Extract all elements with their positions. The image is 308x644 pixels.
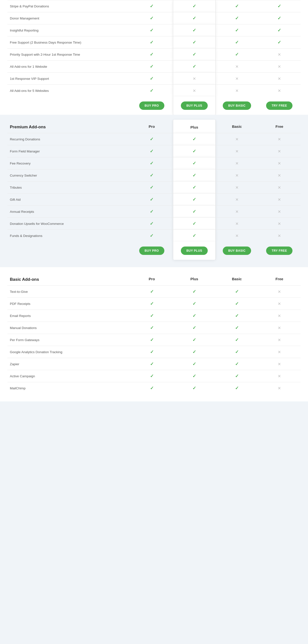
cross-icon: ✕: [278, 302, 281, 306]
check-icon: ✓: [192, 221, 196, 226]
buy-plus-button[interactable]: BUY PLUS: [181, 102, 207, 110]
check-icon: ✓: [150, 350, 154, 354]
basic-check: ✕: [216, 133, 258, 145]
buy-basic-button[interactable]: BUY BASIC: [223, 102, 251, 110]
pro-check: ✓: [131, 370, 173, 382]
plus-check: ✓: [173, 230, 216, 242]
check-icon: ✓: [150, 374, 154, 378]
basic-check: ✕: [216, 85, 258, 97]
check-icon: ✓: [235, 350, 239, 354]
check-icon: ✓: [150, 149, 154, 154]
plus-check: ✓: [173, 382, 216, 394]
table-row: Fee Recovery ✓ ✓ ✕ ✕: [8, 157, 300, 170]
free-check: ✕: [258, 133, 300, 145]
feature-name: All Add-ons for 1 Website: [8, 60, 131, 73]
cross-icon: ✕: [193, 76, 196, 81]
table-row: All Add-ons for 5 Websites ✓ ✕ ✕ ✕: [8, 85, 300, 97]
pro-check: ✓: [131, 322, 173, 334]
table-row: Currency Switcher ✓ ✓ ✕ ✕: [8, 170, 300, 182]
check-icon: ✓: [192, 64, 196, 69]
cross-icon: ✕: [235, 149, 238, 154]
cross-icon: ✕: [278, 198, 281, 202]
buy-plus-button-2[interactable]: BUY PLUS: [181, 246, 207, 255]
basic-col-header-3: Basic: [216, 272, 258, 286]
pro-check: ✓: [131, 145, 173, 157]
free-btn-cell: TRY FREE: [258, 242, 300, 260]
check-icon: ✓: [150, 76, 154, 81]
free-check: ✕: [258, 194, 300, 206]
table-row: Insightful Reporting ✓ ✓ ✓ ✓: [8, 24, 300, 36]
basic-addons-table: Basic Add-ons Pro Plus Basic Free Text-t…: [8, 272, 300, 394]
buy-pro-button-2[interactable]: BUY PRO: [139, 246, 164, 255]
free-btn-cell: TRY FREE: [258, 96, 300, 115]
plus-btn-cell: BUY PLUS: [173, 96, 216, 115]
section3-header-row: Basic Add-ons Pro Plus Basic Free: [8, 272, 300, 286]
try-free-button[interactable]: TRY FREE: [266, 102, 292, 110]
empty-cell: [8, 96, 131, 115]
feature-name: Gift Aid: [8, 194, 131, 206]
feature-name: Donation Upsells for WooCommerce: [8, 218, 131, 230]
table-row: Zapier ✓ ✓ ✓ ✕: [8, 358, 300, 370]
feature-name: Per Form Gateways: [8, 334, 131, 346]
pro-check: ✓: [131, 382, 173, 394]
free-check: ✕: [258, 145, 300, 157]
basic-check: ✕: [216, 230, 258, 242]
check-icon: ✓: [235, 52, 239, 57]
basic-check: ✕: [216, 182, 258, 194]
basic-check: ✓: [216, 298, 258, 310]
check-icon: ✓: [150, 173, 154, 178]
check-icon: ✓: [150, 338, 154, 342]
table-row: Donor Management ✓ ✓ ✓ ✓: [8, 12, 300, 24]
cross-icon: ✕: [193, 89, 196, 93]
feature-name: Google Analytics Donation Tracking: [8, 346, 131, 358]
cross-icon: ✕: [235, 210, 238, 214]
cross-icon: ✕: [278, 76, 281, 81]
try-free-button-2[interactable]: TRY FREE: [266, 246, 292, 255]
basic-check: ✕: [216, 206, 258, 218]
cross-icon: ✕: [235, 161, 238, 166]
free-check: ✕: [258, 382, 300, 394]
table-row: Text-to-Give ✓ ✓ ✓ ✕: [8, 286, 300, 298]
pro-check: ✓: [131, 73, 173, 85]
cross-icon: ✕: [278, 314, 281, 318]
feature-name: Recurring Donations: [8, 133, 131, 145]
check-icon: ✓: [277, 40, 281, 45]
cross-icon: ✕: [278, 386, 281, 390]
feature-name: Free Support (2 Business Days Response T…: [8, 36, 131, 48]
table-row: Form Field Manager ✓ ✓ ✕ ✕: [8, 145, 300, 157]
plus-check: ✓: [173, 370, 216, 382]
feature-name: Text-to-Give: [8, 286, 131, 298]
check-icon: ✓: [192, 4, 196, 8]
check-icon: ✓: [150, 197, 154, 202]
free-check: ✕: [258, 346, 300, 358]
feature-name: Priority Support with 2-Hour 1st Respons…: [8, 48, 131, 60]
buy-basic-button-2[interactable]: BUY BASIC: [223, 246, 251, 255]
basic-check: ✓: [216, 310, 258, 322]
pro-btn-cell: BUY PRO: [131, 96, 173, 115]
table-row: Donation Upsells for WooCommerce ✓ ✓ ✕ ✕: [8, 218, 300, 230]
free-check: ✕: [258, 157, 300, 170]
plus-check: ✓: [173, 206, 216, 218]
check-icon: ✓: [192, 362, 196, 366]
cross-icon: ✕: [235, 64, 238, 69]
plus-check: ✓: [173, 218, 216, 230]
check-icon: ✓: [192, 185, 196, 190]
empty-cell: [8, 242, 131, 260]
check-icon: ✓: [192, 161, 196, 166]
free-check: ✕: [258, 60, 300, 73]
basic-col-header: Basic: [216, 120, 258, 133]
check-icon: ✓: [150, 88, 154, 93]
basic-check: ✓: [216, 370, 258, 382]
feature-name: PDF Receipts: [8, 298, 131, 310]
plus-check: ✓: [173, 334, 216, 346]
table-row: Funds & Designations ✓ ✓ ✕ ✕: [8, 230, 300, 242]
pro-check: ✓: [131, 36, 173, 48]
table-row: Stripe & PayPal Donations ✓ ✓ ✓ ✓: [8, 0, 300, 12]
check-icon: ✓: [192, 338, 196, 342]
plus-col-header: Plus: [173, 120, 216, 133]
buy-pro-button[interactable]: BUY PRO: [139, 102, 164, 110]
feature-name: Form Field Manager: [8, 145, 131, 157]
section-2: Premium Add-ons Pro Plus Basic Free Recu…: [0, 115, 308, 267]
basic-check: ✕: [216, 145, 258, 157]
free-check: ✕: [258, 73, 300, 85]
